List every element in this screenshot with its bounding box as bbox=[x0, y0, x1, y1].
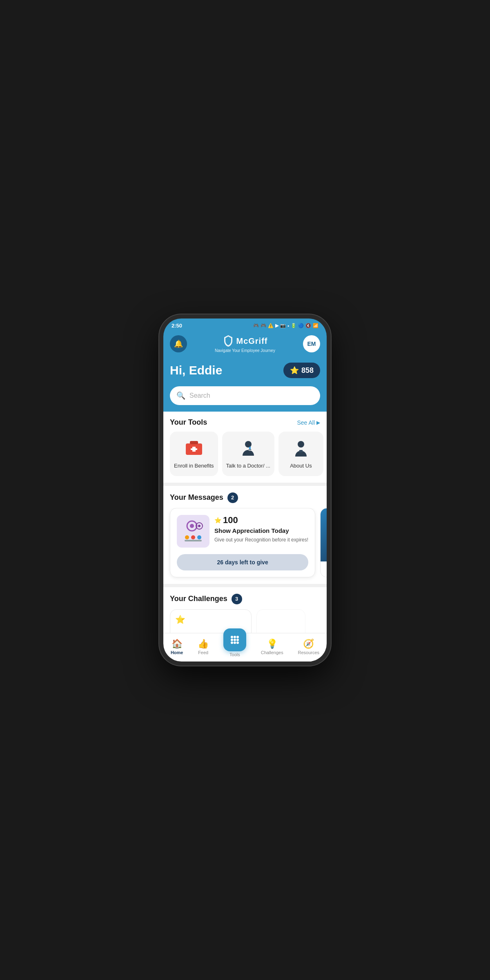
tool-enroll-benefits[interactable]: Enroll in Benefits bbox=[170, 432, 218, 476]
see-all-label: See All bbox=[297, 419, 315, 426]
doctor-label: Talk to a Doctor/ ... bbox=[226, 463, 270, 470]
nav-challenges[interactable]: 💡 Challenges bbox=[261, 639, 283, 655]
resources-label: Resources bbox=[298, 650, 319, 655]
status-icons: 🎮🎮⚠️▶📷• 🔋🔵🔇📶 bbox=[253, 323, 318, 328]
divider-2 bbox=[163, 584, 327, 587]
about-icon bbox=[291, 438, 311, 459]
message-card-1[interactable]: ⭐ 100 Show Appreciation Today Give out y… bbox=[170, 508, 315, 577]
tools-section-header: Your Tools See All ▶ bbox=[163, 412, 327, 432]
message-2-image: 📸 bbox=[321, 508, 327, 561]
doctor-icon bbox=[238, 438, 258, 459]
challenge-star-icon: ⭐ bbox=[175, 615, 185, 624]
tool-about-us[interactable]: About Us bbox=[278, 432, 323, 476]
challenges-icon: 💡 bbox=[267, 639, 278, 649]
tools-row: Enroll in Benefits Talk to a Doctor bbox=[163, 432, 327, 483]
svg-point-7 bbox=[298, 441, 304, 448]
nav-resources[interactable]: 🧭 Resources bbox=[298, 639, 319, 655]
app-header: 🔔 McGriff Navigate Your Employee Journey… bbox=[163, 331, 327, 359]
phone-frame: 2:50 🎮🎮⚠️▶📷• 🔋🔵🔇📶 🔔 McGriff Navigate You… bbox=[159, 314, 331, 666]
svg-point-4 bbox=[245, 441, 252, 448]
enroll-label: Enroll in Benefits bbox=[174, 463, 214, 470]
svg-rect-3 bbox=[191, 448, 197, 450]
svg-point-27 bbox=[231, 641, 233, 644]
tool-talk-doctor[interactable]: Talk to a Doctor/ ... bbox=[222, 432, 274, 476]
svg-point-26 bbox=[236, 639, 239, 641]
feed-icon: 👍 bbox=[198, 639, 209, 649]
challenges-title: Your Challenges bbox=[170, 595, 227, 603]
avatar-initials: EM bbox=[307, 341, 316, 347]
divider-1 bbox=[163, 483, 327, 486]
first-aid-icon bbox=[184, 439, 204, 458]
challenges-label: Challenges bbox=[261, 650, 283, 655]
logo-subtitle: Navigate Your Employee Journey bbox=[215, 348, 275, 353]
search-icon: 🔍 bbox=[176, 391, 185, 400]
message-card-top: ⭐ 100 Show Appreciation Today Give out y… bbox=[170, 508, 315, 554]
person-svg bbox=[291, 439, 311, 458]
message-points-row: ⭐ 100 bbox=[214, 515, 308, 526]
message-cta-button[interactable]: 26 days left to give bbox=[177, 554, 308, 570]
message-card-2[interactable]: 📸 bbox=[320, 508, 327, 577]
message-title: Show Appreciation Today bbox=[214, 527, 308, 534]
notifications-button[interactable]: 🔔 bbox=[170, 335, 187, 352]
svg-rect-20 bbox=[185, 540, 202, 541]
search-bar[interactable]: 🔍 Search bbox=[170, 386, 320, 405]
messages-count: 2 bbox=[231, 494, 234, 501]
svg-point-25 bbox=[234, 639, 236, 641]
feed-label: Feed bbox=[198, 650, 208, 655]
user-avatar-button[interactable]: EM bbox=[303, 335, 320, 352]
tools-label: Tools bbox=[229, 652, 240, 657]
svg-point-22 bbox=[234, 636, 236, 638]
logo-text: McGriff bbox=[236, 336, 268, 346]
points-value: 858 bbox=[301, 366, 314, 375]
search-placeholder: Search bbox=[189, 392, 210, 399]
svg-point-24 bbox=[231, 639, 233, 641]
svg-point-16 bbox=[198, 525, 200, 527]
challenges-count: 3 bbox=[235, 596, 238, 602]
message-illustration bbox=[177, 515, 209, 548]
svg-point-28 bbox=[234, 641, 236, 644]
messages-row: ⭐ 100 Show Appreciation Today Give out y… bbox=[163, 508, 327, 584]
appreciation-illustration bbox=[179, 517, 207, 546]
search-section: 🔍 Search bbox=[163, 386, 327, 412]
svg-point-19 bbox=[197, 535, 201, 539]
see-all-button[interactable]: See All ▶ bbox=[297, 419, 320, 426]
svg-point-18 bbox=[191, 535, 195, 539]
nav-feed[interactable]: 👍 Feed bbox=[198, 639, 209, 655]
chevron-right-icon: ▶ bbox=[316, 420, 320, 425]
greeting-section: Hi, Eddie ⭐ 858 bbox=[163, 359, 327, 386]
points-badge[interactable]: ⭐ 858 bbox=[283, 363, 320, 378]
message-points-value: 100 bbox=[223, 515, 238, 526]
messages-title: Your Messages bbox=[170, 493, 223, 502]
tools-fab[interactable] bbox=[223, 628, 246, 651]
messages-badge: 2 bbox=[227, 492, 238, 503]
messages-header: Your Messages 2 bbox=[163, 486, 327, 508]
tools-section: Your Tools See All ▶ bbox=[163, 412, 327, 483]
msg-star-icon: ⭐ bbox=[214, 517, 221, 523]
svg-point-17 bbox=[185, 535, 189, 539]
svg-point-23 bbox=[236, 636, 239, 638]
svg-rect-1 bbox=[190, 441, 198, 444]
svg-rect-6 bbox=[249, 447, 251, 449]
enroll-icon bbox=[184, 438, 204, 459]
bell-icon: 🔔 bbox=[174, 339, 183, 348]
svg-point-29 bbox=[236, 641, 239, 644]
nav-home[interactable]: 🏠 Home bbox=[171, 639, 183, 655]
message-desc: Give out your Recognition before it expi… bbox=[214, 537, 308, 543]
about-label: About Us bbox=[290, 463, 312, 470]
doctor-svg bbox=[238, 439, 258, 458]
message-content: ⭐ 100 Show Appreciation Today Give out y… bbox=[214, 515, 308, 543]
svg-rect-8 bbox=[299, 450, 303, 452]
status-bar: 2:50 🎮🎮⚠️▶📷• 🔋🔵🔇📶 bbox=[163, 318, 327, 331]
tools-title: Your Tools bbox=[170, 418, 207, 427]
home-label: Home bbox=[171, 650, 183, 655]
nav-tools[interactable]: Tools bbox=[223, 637, 246, 657]
content-area: 🔍 Search Your Tools See All ▶ bbox=[163, 386, 327, 662]
svg-point-21 bbox=[231, 636, 233, 638]
star-icon: ⭐ bbox=[290, 366, 299, 375]
challenges-badge: 3 bbox=[232, 594, 242, 604]
challenges-header: Your Challenges 3 bbox=[163, 587, 327, 609]
resources-icon: 🧭 bbox=[303, 639, 314, 649]
svg-point-14 bbox=[190, 524, 194, 528]
logo-area: McGriff Navigate Your Employee Journey bbox=[215, 334, 275, 353]
shield-icon bbox=[223, 334, 234, 347]
